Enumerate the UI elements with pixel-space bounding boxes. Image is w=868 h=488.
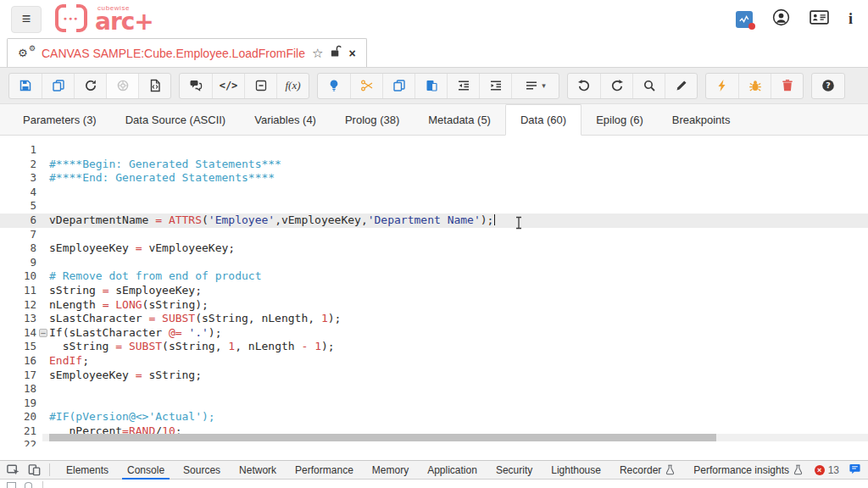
info-icon[interactable]: i xyxy=(849,10,853,28)
doc-code-icon xyxy=(148,79,162,92)
code-line[interactable]: 15 sString = SUBST(sString, 1, nLength -… xyxy=(0,340,868,354)
tab-variables-4[interactable]: Variables (4) xyxy=(240,104,331,135)
brand-dots: ●●● xyxy=(64,15,80,21)
devtools-tab-sources[interactable]: Sources xyxy=(174,461,230,479)
issues-icon[interactable] xyxy=(849,463,861,478)
devtools-bar: ElementsConsoleSourcesNetworkPerformance… xyxy=(0,460,868,480)
code-line[interactable]: 9 xyxy=(0,256,868,270)
document-tab[interactable]: ⚙⚙ CANVAS SAMPLE:Cube.Employee.LoadFromF… xyxy=(7,38,367,67)
devtools-tabs: ElementsConsoleSourcesNetworkPerformance… xyxy=(57,461,812,479)
run-button[interactable] xyxy=(706,74,738,98)
delete-button[interactable] xyxy=(771,74,803,98)
user-icon[interactable] xyxy=(772,8,790,30)
code-line[interactable]: 6vDepartmentName = ATTRS('Employee',vEmp… xyxy=(0,214,868,228)
code-line[interactable]: 11sString = sEmployeeKey; xyxy=(0,284,868,298)
paste-button[interactable] xyxy=(415,74,447,98)
error-icon: × xyxy=(815,465,825,475)
horizontal-scrollbar-thumb[interactable] xyxy=(49,434,716,441)
tab-prolog-38[interactable]: Prolog (38) xyxy=(331,104,414,135)
activity-chart-icon[interactable] xyxy=(736,11,753,28)
code-line[interactable]: 13sLastCharacter = SUBST(sString, nLengt… xyxy=(0,312,868,326)
devtools-tab-performance-insights[interactable]: Performance insights xyxy=(684,461,812,479)
code-line[interactable]: 7 xyxy=(0,228,868,242)
save-button[interactable] xyxy=(9,74,42,98)
cut-button[interactable] xyxy=(350,74,382,98)
devtools-tab-lighthouse[interactable]: Lighthouse xyxy=(542,461,610,479)
tab-data-60[interactable]: Data (60) xyxy=(505,104,581,136)
code-line[interactable]: 5 xyxy=(0,199,868,214)
line-number: 2 xyxy=(0,158,49,172)
devtools-tab-elements[interactable]: Elements xyxy=(57,461,118,479)
devtools-tab-application[interactable]: Application xyxy=(418,461,487,479)
favorite-star-icon[interactable]: ☆ xyxy=(312,46,323,61)
devtools-tab-console[interactable]: Console xyxy=(118,461,174,479)
text-caret xyxy=(494,214,495,225)
tab-breakpoints[interactable]: Breakpoints xyxy=(658,104,745,135)
code-editor[interactable]: 12#****Begin: Generated Statements***3#*… xyxy=(0,136,868,446)
search-icon xyxy=(643,79,656,92)
redo-button[interactable] xyxy=(600,74,632,98)
brand-logo[interactable]: ●●● cubewise arc+ xyxy=(55,4,153,34)
code-text: nLength = LONG(sString); xyxy=(49,298,209,313)
id-card-icon[interactable] xyxy=(810,10,829,28)
code-line[interactable]: 10# Remove dot from end of product xyxy=(0,269,868,284)
functions-button[interactable]: f(x) xyxy=(276,74,309,98)
duplicate-button[interactable] xyxy=(42,74,74,98)
menu-button[interactable]: ≡ xyxy=(11,6,42,33)
undo-button[interactable] xyxy=(568,74,600,98)
devtools-tab-recorder[interactable]: Recorder xyxy=(610,461,684,479)
code-line[interactable]: 18 xyxy=(0,382,868,396)
hints-button[interactable] xyxy=(318,74,350,98)
tab-parameters-3[interactable]: Parameters (3) xyxy=(8,104,111,135)
debug-button[interactable] xyxy=(738,74,771,98)
close-icon[interactable]: × xyxy=(348,47,355,60)
toolbar-group xyxy=(567,73,698,99)
inspect-element-icon[interactable] xyxy=(3,462,22,479)
comments-button[interactable] xyxy=(180,74,212,98)
fold-marker-icon[interactable]: – xyxy=(39,329,47,337)
devtools-right: × 13 xyxy=(815,463,868,478)
horizontal-scrollbar[interactable] xyxy=(42,434,868,441)
collapse-button[interactable] xyxy=(244,74,276,98)
code-line[interactable]: 2#****Begin: Generated Statements*** xyxy=(0,158,868,172)
device-toolbar-icon[interactable] xyxy=(25,462,43,479)
view-source-button[interactable] xyxy=(138,74,170,98)
tab-data-source-ascii[interactable]: Data Source (ASCII) xyxy=(111,104,241,135)
code-text: # Remove dot from end of product xyxy=(49,269,261,284)
line-number: 4 xyxy=(0,186,49,200)
experiment-flask-icon xyxy=(665,464,675,475)
error-count-badge[interactable]: × 13 xyxy=(815,464,839,476)
code-line[interactable]: 4 xyxy=(0,186,868,200)
tab-epilog-6[interactable]: Epilog (6) xyxy=(581,104,658,135)
code-line[interactable]: 1 xyxy=(0,143,868,158)
code-line[interactable]: 20#IF(pVersion@<>'Actual'); xyxy=(0,410,868,424)
unlock-icon[interactable] xyxy=(330,45,342,61)
refresh-button[interactable] xyxy=(74,74,106,98)
outdent-button[interactable] xyxy=(447,74,479,98)
paste-icon xyxy=(425,79,438,92)
hamburger-icon: ≡ xyxy=(22,10,31,28)
code-text: vDepartmentName = ATTRS('Employee',vEmpl… xyxy=(49,214,495,228)
code-line[interactable]: 8sEmployeeKey = vEmployeeKey; xyxy=(0,241,868,256)
brand-text: cubewise arc+ xyxy=(95,4,153,34)
devtools-tab-performance[interactable]: Performance xyxy=(286,461,363,479)
find-button[interactable] xyxy=(632,74,665,98)
code-line[interactable]: 16EndIf; xyxy=(0,354,868,369)
devtools-tab-network[interactable]: Network xyxy=(230,461,286,479)
code-view-button[interactable]: </> xyxy=(212,74,244,98)
tab-metadata-5[interactable]: Metadata (5) xyxy=(414,104,505,135)
edit-button[interactable] xyxy=(665,74,697,98)
code-line[interactable]: 19 xyxy=(0,396,868,411)
code-line[interactable]: 17sEmployeeKey = sString; xyxy=(0,369,868,383)
code-line[interactable]: 14–If(sLastCharacter @= '.'); xyxy=(0,326,868,341)
code-line[interactable]: 3#****End: Generated Statements**** xyxy=(0,171,868,186)
toolbar-group: ? xyxy=(811,73,845,99)
copy-button[interactable] xyxy=(382,74,415,98)
help-button[interactable]: ? xyxy=(812,74,844,98)
devtools-tab-memory[interactable]: Memory xyxy=(363,461,418,479)
indent-button[interactable] xyxy=(479,74,511,98)
format-button[interactable]: ▾ xyxy=(511,74,559,98)
code-line[interactable]: 12nLength = LONG(sString); xyxy=(0,298,868,313)
line-number: 9 xyxy=(0,256,49,270)
devtools-tab-security[interactable]: Security xyxy=(487,461,542,479)
